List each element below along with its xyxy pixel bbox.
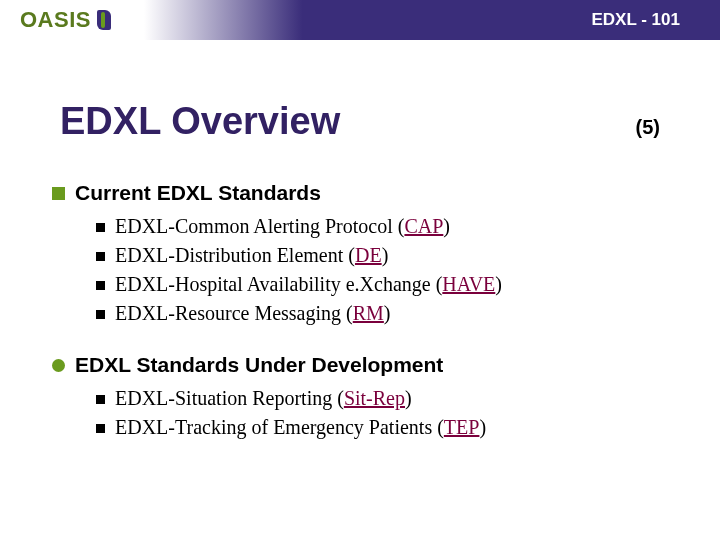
- item-text: EDXL-Distribution Element (DE): [115, 244, 388, 267]
- item-acronym: Sit-Rep: [344, 387, 405, 409]
- logo-mark-icon: [97, 10, 111, 30]
- sub-list: EDXL-Situation Reporting (Sit-Rep) EDXL-…: [96, 387, 660, 439]
- section-title: Current EDXL Standards: [75, 181, 321, 205]
- small-square-bullet-icon: [96, 395, 105, 404]
- section-head: EDXL Standards Under Development: [52, 353, 660, 377]
- title-row: EDXL Overview (5): [60, 100, 660, 143]
- logo-text: OASIS: [20, 7, 91, 33]
- circle-bullet-icon: [52, 359, 65, 372]
- item-text: EDXL-Resource Messaging (RM): [115, 302, 391, 325]
- section-current: Current EDXL Standards EDXL-Common Alert…: [60, 181, 660, 325]
- item-text: EDXL-Common Alerting Protocol (CAP): [115, 215, 450, 238]
- small-square-bullet-icon: [96, 424, 105, 433]
- small-square-bullet-icon: [96, 252, 105, 261]
- small-square-bullet-icon: [96, 310, 105, 319]
- small-square-bullet-icon: [96, 281, 105, 290]
- section-title: EDXL Standards Under Development: [75, 353, 443, 377]
- header-label: EDXL - 101: [591, 10, 680, 30]
- list-item: EDXL-Hospital Availability e.Xchange (HA…: [96, 273, 660, 296]
- item-acronym: TEP: [444, 416, 480, 438]
- section-head: Current EDXL Standards: [52, 181, 660, 205]
- item-acronym: DE: [355, 244, 382, 266]
- slide-title: EDXL Overview: [60, 100, 340, 143]
- item-acronym: CAP: [404, 215, 443, 237]
- item-text: EDXL-Situation Reporting (Sit-Rep): [115, 387, 412, 410]
- item-text: EDXL-Tracking of Emergency Patients (TEP…: [115, 416, 486, 439]
- section-under-dev: EDXL Standards Under Development EDXL-Si…: [60, 353, 660, 439]
- header-bar: OASIS EDXL - 101: [0, 0, 720, 40]
- item-acronym: HAVE: [442, 273, 495, 295]
- slide-body: EDXL Overview (5) Current EDXL Standards…: [0, 40, 720, 439]
- list-item: EDXL-Common Alerting Protocol (CAP): [96, 215, 660, 238]
- item-acronym: RM: [353, 302, 384, 324]
- slide: OASIS EDXL - 101 EDXL Overview (5) Curre…: [0, 0, 720, 540]
- square-bullet-icon: [52, 187, 65, 200]
- list-item: EDXL-Resource Messaging (RM): [96, 302, 660, 325]
- sub-list: EDXL-Common Alerting Protocol (CAP) EDXL…: [96, 215, 660, 325]
- item-text: EDXL-Hospital Availability e.Xchange (HA…: [115, 273, 502, 296]
- small-square-bullet-icon: [96, 223, 105, 232]
- logo: OASIS: [0, 7, 111, 33]
- list-item: EDXL-Distribution Element (DE): [96, 244, 660, 267]
- list-item: EDXL-Situation Reporting (Sit-Rep): [96, 387, 660, 410]
- list-item: EDXL-Tracking of Emergency Patients (TEP…: [96, 416, 660, 439]
- page-number: (5): [636, 116, 660, 139]
